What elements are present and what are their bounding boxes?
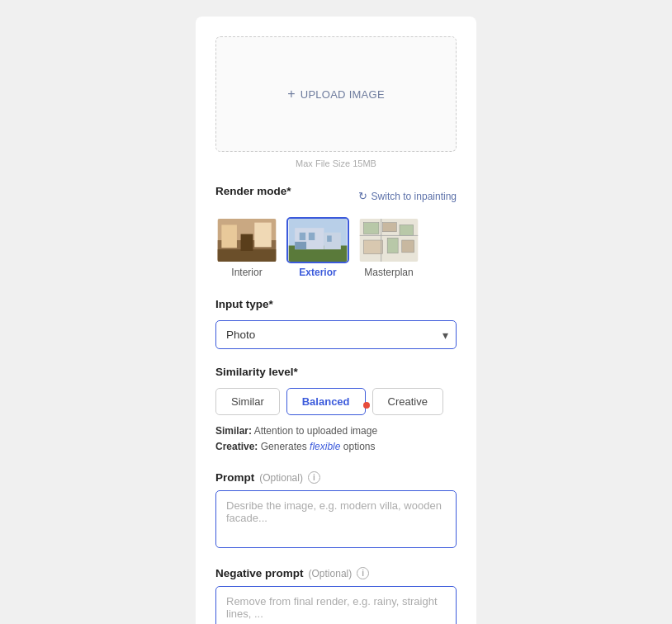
svg-rect-11 <box>309 233 315 240</box>
negative-prompt-textarea[interactable] <box>215 586 457 624</box>
svg-rect-18 <box>363 240 382 254</box>
input-type-label: Input type* <box>215 298 457 310</box>
svg-rect-10 <box>300 233 305 240</box>
similarity-level-section: Similarity level* Similar Balanced Creat… <box>215 366 457 455</box>
render-mode-masterplan-name: Masterplan <box>364 267 413 278</box>
similarity-creative-button[interactable]: Creative <box>372 388 443 415</box>
svg-rect-15 <box>363 223 379 234</box>
refresh-icon: ↻ <box>358 190 367 202</box>
render-mode-interior-img <box>215 217 278 263</box>
negative-prompt-section: Negative prompt (Optional) i <box>215 567 457 624</box>
upload-text: UPLOAD IMAGE <box>301 88 385 101</box>
hint-similar-bold: Similar: <box>215 425 252 437</box>
max-file-size-label: Max File Size 15MB <box>215 158 457 168</box>
render-mode-label: Render mode* <box>215 185 291 197</box>
svg-rect-9 <box>324 233 340 249</box>
input-type-select-wrapper: Photo Sketch Floor Plan ▾ <box>215 320 457 349</box>
svg-rect-4 <box>218 249 277 262</box>
svg-rect-13 <box>295 242 306 249</box>
negative-prompt-info-icon[interactable]: i <box>357 567 369 579</box>
negative-prompt-label: Negative prompt (Optional) i <box>215 567 457 579</box>
similarity-balanced-button[interactable]: Balanced <box>286 388 366 415</box>
render-mode-masterplan-img <box>357 217 420 263</box>
svg-rect-19 <box>387 238 398 253</box>
similarity-hint: Similar: Attention to uploaded image Cre… <box>215 423 457 455</box>
upload-area[interactable]: + UPLOAD IMAGE <box>215 36 457 152</box>
prompt-section: Prompt (Optional) i <box>215 471 457 551</box>
prompt-info-icon[interactable]: i <box>308 471 320 484</box>
upload-label[interactable]: + UPLOAD IMAGE <box>287 87 385 102</box>
red-dot-indicator <box>363 402 370 409</box>
svg-rect-17 <box>400 225 414 235</box>
hint-flexible-text: flexible <box>310 441 340 452</box>
render-mode-exterior[interactable]: Exterior <box>286 217 349 278</box>
svg-rect-3 <box>254 223 271 248</box>
svg-rect-5 <box>241 234 253 251</box>
render-mode-interior[interactable]: Interior <box>215 217 278 278</box>
similarity-buttons-group: Similar Balanced Creative <box>215 388 457 415</box>
similarity-level-label: Similarity level* <box>215 366 457 378</box>
prompt-optional-text: (Optional) <box>259 472 303 484</box>
render-mode-exterior-name: Exterior <box>299 267 336 278</box>
svg-rect-12 <box>327 235 332 241</box>
negative-prompt-optional-text: (Optional) <box>309 568 353 579</box>
prompt-label-text: Prompt <box>215 471 254 484</box>
similarity-similar-button[interactable]: Similar <box>215 388 280 415</box>
upload-plus-icon: + <box>287 87 296 102</box>
render-mode-interior-name: Interior <box>231 267 262 278</box>
input-type-select[interactable]: Photo Sketch Floor Plan <box>215 320 457 349</box>
hint-creative-text: Generates <box>261 441 310 452</box>
input-type-section: Input type* Photo Sketch Floor Plan ▾ <box>215 298 457 349</box>
render-mode-options: Interior Exteri <box>215 217 457 278</box>
svg-rect-16 <box>383 223 397 232</box>
switch-inpainting-button[interactable]: ↻ Switch to inpainting <box>358 190 457 202</box>
prompt-textarea[interactable] <box>215 490 457 548</box>
switch-inpainting-label: Switch to inpainting <box>371 191 457 202</box>
render-mode-exterior-img <box>286 217 349 263</box>
svg-rect-20 <box>402 240 414 253</box>
hint-creative-bold: Creative: <box>215 441 258 452</box>
render-mode-masterplan[interactable]: Masterplan <box>357 217 420 278</box>
hint-options-text: options <box>343 441 376 452</box>
svg-rect-2 <box>221 225 237 248</box>
hint-similar-text: Attention to uploaded image <box>254 425 377 437</box>
negative-prompt-label-text: Negative prompt <box>215 567 304 579</box>
prompt-label: Prompt (Optional) i <box>215 471 457 484</box>
